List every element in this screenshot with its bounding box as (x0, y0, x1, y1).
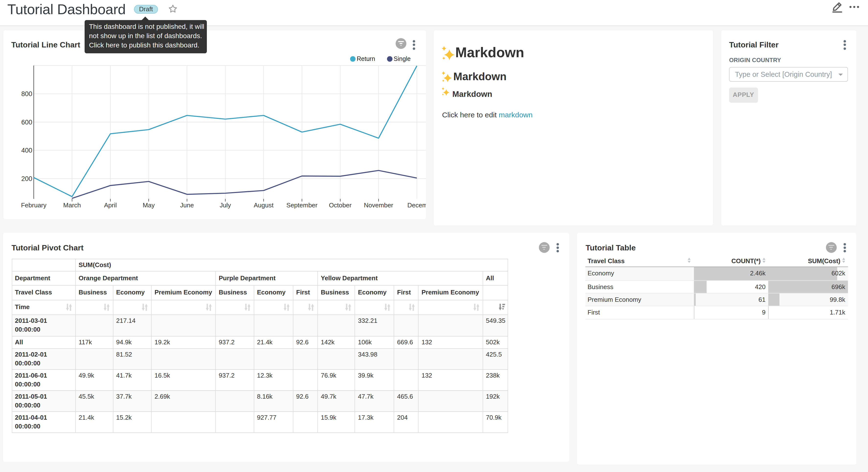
svg-text:December: December (407, 202, 426, 209)
svg-text:October: October (329, 202, 351, 209)
svg-text:July: July (220, 202, 231, 209)
svg-text:800: 800 (21, 90, 32, 97)
svg-text:March: March (63, 202, 81, 209)
svg-text:600: 600 (21, 119, 32, 126)
svg-text:August: August (254, 202, 274, 209)
svg-text:November: November (364, 202, 393, 209)
svg-text:400: 400 (21, 147, 32, 154)
svg-text:September: September (286, 202, 318, 209)
svg-text:200: 200 (21, 175, 32, 182)
svg-text:February: February (21, 202, 46, 209)
svg-text:April: April (104, 202, 117, 209)
svg-text:Single: Single (394, 55, 411, 62)
svg-text:June: June (180, 202, 194, 209)
svg-text:May: May (143, 202, 155, 209)
svg-text:Return: Return (357, 55, 375, 62)
